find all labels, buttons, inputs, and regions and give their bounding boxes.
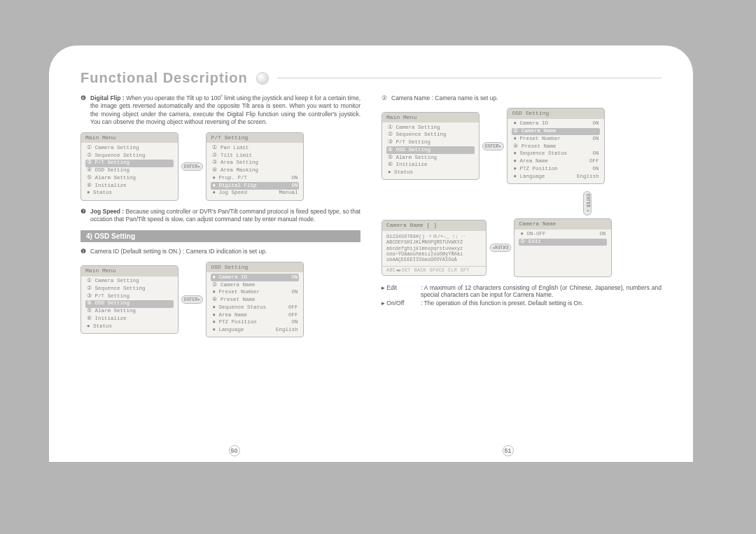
enter-arrow-icon: ENTER▸ bbox=[181, 295, 203, 304]
flow-main-to-pt: Main Menu ① Camera Setting ② Sequence Se… bbox=[80, 132, 360, 201]
notes: ▸ Edit : A maximum of 12 characters cons… bbox=[382, 284, 662, 307]
page-number-left: 50 bbox=[229, 445, 240, 456]
item-camera-name: ② Camera Name : Camera name is set up. bbox=[382, 94, 662, 102]
menu-list: ● Camera IDON ② Camera Name ● Preset Num… bbox=[206, 272, 303, 337]
menu-list: ① Camera Setting ② Sequence Setting ③ P/… bbox=[81, 276, 178, 333]
item-camera-id: ❶ Camera ID (Default setting is ON.) : C… bbox=[80, 248, 360, 255]
menu-item-hl: ④ OSD Setting bbox=[386, 146, 475, 154]
menu-header: Main Menu bbox=[81, 133, 178, 143]
menu-main-1: Main Menu ① Camera Setting ② Sequence Se… bbox=[80, 132, 178, 201]
page-numbers: 50 51 bbox=[49, 445, 693, 456]
menu-header: Main Menu bbox=[81, 266, 178, 276]
paragraph-jog-speed: ❼ Jog Speed : Because using controller o… bbox=[80, 208, 360, 224]
menu-list: ● Camera IDON ② Camera Name ● Preset Num… bbox=[507, 119, 604, 183]
charset-grid: 0123456789#() 〃※/+-_ ↑↓ ‥ ABCDEFGHIJKLMN… bbox=[382, 231, 486, 266]
menu-main-2: Main Menu ① Camera Setting ② Sequence Se… bbox=[80, 265, 178, 334]
menu-osd-setting-2: OSD Setting ● Camera IDON ② Camera Name … bbox=[507, 108, 605, 183]
menu-osd-setting-1: OSD Setting ● Camera IDON ② Camera Name … bbox=[206, 262, 304, 337]
flow-camname-edit: Camera Name [ ] 0123456789#() 〃※/+-_ ↑↓ … bbox=[382, 218, 662, 277]
menu-list: ① Pan Limit ② Tilt Limit ③ Area Setting … bbox=[206, 143, 303, 199]
menu-camera-name-editor: Camera Name [ ] 0123456789#() 〃※/+-_ ↑↓ … bbox=[382, 220, 486, 276]
note-edit: ▸ Edit : A maximum of 12 characters cons… bbox=[382, 284, 662, 298]
enter-vertical-row: ENTER▾ bbox=[382, 191, 662, 216]
enter-arrow-icon: ENTER▸ bbox=[482, 142, 504, 150]
left-column: ❻ Digital Flip : When you operate the Ti… bbox=[80, 94, 360, 344]
menu-header: Main Menu bbox=[382, 113, 479, 122]
menu-header: P/T Setting bbox=[206, 133, 303, 143]
title-row: Functional Description bbox=[80, 70, 662, 86]
menu-main-3: Main Menu ① Camera Setting ② Sequence Se… bbox=[382, 112, 479, 181]
menu-item-hl: ④ OSD Setting bbox=[85, 300, 174, 308]
enter-arrow-icon: ENTER▸ bbox=[489, 244, 511, 252]
menu-list: ● ON-OFFON ② Edit bbox=[514, 230, 611, 249]
editor-footer: ABC◀▶SET BACK SPACE CLR SFT bbox=[382, 266, 486, 275]
flow-main-to-osd: Main Menu ① Camera Setting ② Sequence Se… bbox=[80, 262, 360, 337]
paragraph-digital-flip: ❻ Digital Flip : When you operate the Ti… bbox=[80, 94, 360, 127]
menu-camera-name: Camera Name ● ON-OFFON ② Edit bbox=[514, 218, 612, 277]
note-onoff: ▸ On/Off : The operation of this functio… bbox=[382, 300, 662, 307]
two-column-layout: ❻ Digital Flip : When you operate the Ti… bbox=[80, 94, 662, 344]
menu-list: ① Camera Setting ② Sequence Setting ③ P/… bbox=[382, 122, 479, 179]
menu-item-hl: ③ P/T Setting bbox=[85, 160, 174, 167]
page-number-right: 51 bbox=[503, 445, 514, 456]
menu-header: OSD Setting bbox=[507, 108, 604, 118]
menu-pt-setting: P/T Setting ① Pan Limit ② Tilt Limit ③ A… bbox=[206, 132, 304, 201]
right-column: ② Camera Name : Camera name is set up. M… bbox=[382, 94, 662, 344]
menu-list: ① Camera Setting ② Sequence Setting ③ P/… bbox=[81, 143, 178, 199]
flow-main-to-osd-right: Main Menu ① Camera Setting ② Sequence Se… bbox=[382, 108, 662, 183]
title-rule bbox=[277, 78, 662, 78]
section-4-osd-header: 4) OSD Setting bbox=[80, 230, 360, 242]
enter-arrow-icon: ENTER▸ bbox=[181, 162, 203, 171]
enter-arrow-vertical-icon: ENTER▾ bbox=[583, 191, 592, 216]
menu-header: Camera Name [ ] bbox=[382, 220, 486, 230]
title-bullet-icon bbox=[256, 72, 269, 85]
page-title: Functional Description bbox=[80, 70, 248, 86]
manual-page: Functional Description ❻ Digital Flip : … bbox=[49, 45, 693, 462]
menu-header: OSD Setting bbox=[206, 262, 303, 272]
menu-header: Camera Name bbox=[514, 219, 611, 229]
